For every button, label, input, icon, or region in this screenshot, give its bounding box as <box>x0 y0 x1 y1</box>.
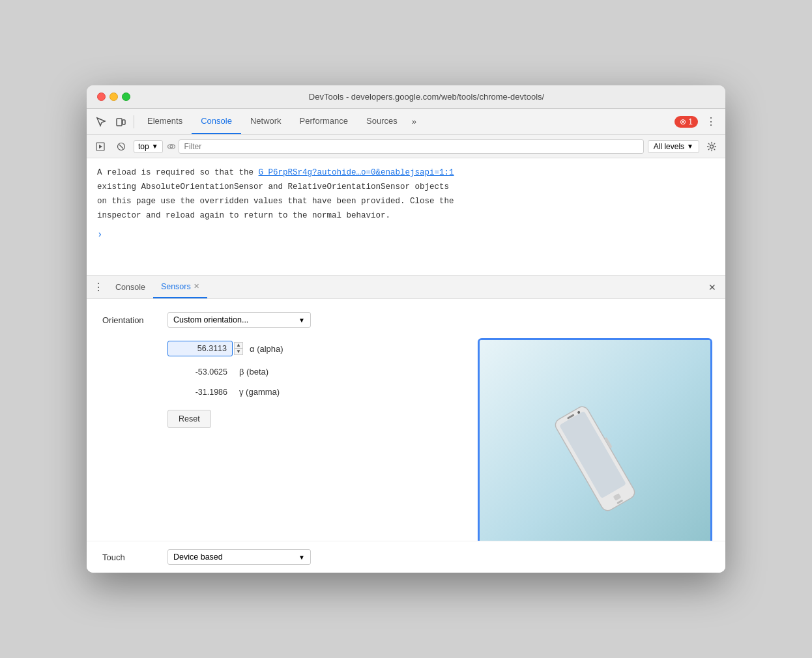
console-prompt[interactable]: › <box>97 227 715 242</box>
console-message-1: A reload is required so that the G_P6rpR… <box>97 166 715 179</box>
devtools-toolbar: Elements Console Network Performance Sou… <box>87 109 725 135</box>
svg-line-5 <box>119 145 123 149</box>
title-bar: DevTools - developers.google.com/web/too… <box>87 85 725 109</box>
tab-elements[interactable]: Elements <box>138 109 192 134</box>
console-link[interactable]: G_P6rpRSr4g?autohide…o=0&enablejsapi=1:1 <box>259 168 454 177</box>
beta-label: β (beta) <box>239 367 268 377</box>
console-message-2: existing AbsoluteOrientationSensor and R… <box>97 180 715 193</box>
alpha-decrement[interactable]: ▼ <box>234 349 243 355</box>
alpha-input-group: ▲ ▼ <box>167 341 243 356</box>
maximize-traffic-light[interactable] <box>122 93 130 101</box>
touch-dropdown[interactable]: Device based ▼ <box>167 549 311 565</box>
touch-label: Touch <box>102 552 167 562</box>
toolbar-divider <box>134 115 134 128</box>
svg-rect-0 <box>117 119 122 126</box>
settings-button[interactable] <box>703 138 720 155</box>
sensors-panel: Orientation Custom orientation... ▼ ▲ ▼ … <box>87 299 725 573</box>
tab-network[interactable]: Network <box>241 109 291 134</box>
console-output: A reload is required so that the G_P6rpR… <box>87 158 725 276</box>
tab-console[interactable]: Console <box>192 109 241 134</box>
console-message-3: on this page use the overridden values t… <box>97 195 715 208</box>
console-sub-toolbar: top ▼ All levels ▼ <box>87 135 725 158</box>
tab-bar: Elements Console Network Performance Sou… <box>138 109 422 134</box>
more-options-button[interactable]: ⋮ <box>702 113 720 131</box>
orientation-label: Orientation <box>102 315 167 325</box>
touch-row: Touch Device based ▼ <box>87 541 725 573</box>
tab-performance[interactable]: Performance <box>291 109 357 134</box>
bottom-panel-tabs: ⋮ Console Sensors ✕ ✕ <box>87 276 725 299</box>
inspect-element-button[interactable] <box>92 113 110 131</box>
minimize-traffic-light[interactable] <box>109 93 118 101</box>
error-badge[interactable]: ⊗ 1 <box>674 116 698 128</box>
traffic-lights <box>97 93 130 101</box>
window-title: DevTools - developers.google.com/web/too… <box>138 92 715 102</box>
context-selector[interactable]: top ▼ <box>134 140 163 153</box>
levels-selector[interactable]: All levels ▼ <box>648 140 699 153</box>
more-tabs-button[interactable]: » <box>407 109 422 134</box>
alpha-input[interactable] <box>167 341 233 356</box>
panel-more-button[interactable]: ⋮ <box>92 281 105 294</box>
alpha-increment[interactable]: ▲ <box>234 342 243 349</box>
svg-point-7 <box>170 145 173 148</box>
svg-marker-3 <box>99 145 102 149</box>
svg-point-8 <box>710 145 714 148</box>
filter-input[interactable] <box>179 139 644 154</box>
alpha-label: α (alpha) <box>250 344 283 354</box>
eye-icon <box>167 142 176 151</box>
svg-rect-1 <box>123 120 125 124</box>
orientation-dropdown[interactable]: Custom orientation... ▼ <box>167 312 311 328</box>
bottom-tab-sensors[interactable]: Sensors ✕ <box>153 276 207 298</box>
alpha-stepper: ▲ ▼ <box>234 342 243 355</box>
clear-console-button[interactable] <box>113 138 130 155</box>
phone-visualization <box>478 338 712 573</box>
bottom-tab-console[interactable]: Console <box>108 276 153 298</box>
phone-3d-svg <box>523 354 667 563</box>
run-script-button[interactable] <box>92 138 109 155</box>
orientation-row: Orientation Custom orientation... ▼ <box>102 312 710 328</box>
devtools-window: DevTools - developers.google.com/web/too… <box>87 85 725 573</box>
console-message-4: inspector and reload again to return to … <box>97 209 715 222</box>
sensors-tab-close[interactable]: ✕ <box>194 282 199 291</box>
phone-viz-inner <box>480 340 710 573</box>
gamma-label: γ (gamma) <box>239 387 280 397</box>
tab-sources[interactable]: Sources <box>357 109 407 134</box>
close-traffic-light[interactable] <box>97 93 106 101</box>
gamma-value: -31.1986 <box>167 388 233 397</box>
device-toolbar-button[interactable] <box>111 113 130 131</box>
beta-value: -53.0625 <box>167 367 233 377</box>
bottom-panel-close[interactable]: ✕ <box>704 279 720 295</box>
reset-button[interactable]: Reset <box>167 410 211 428</box>
